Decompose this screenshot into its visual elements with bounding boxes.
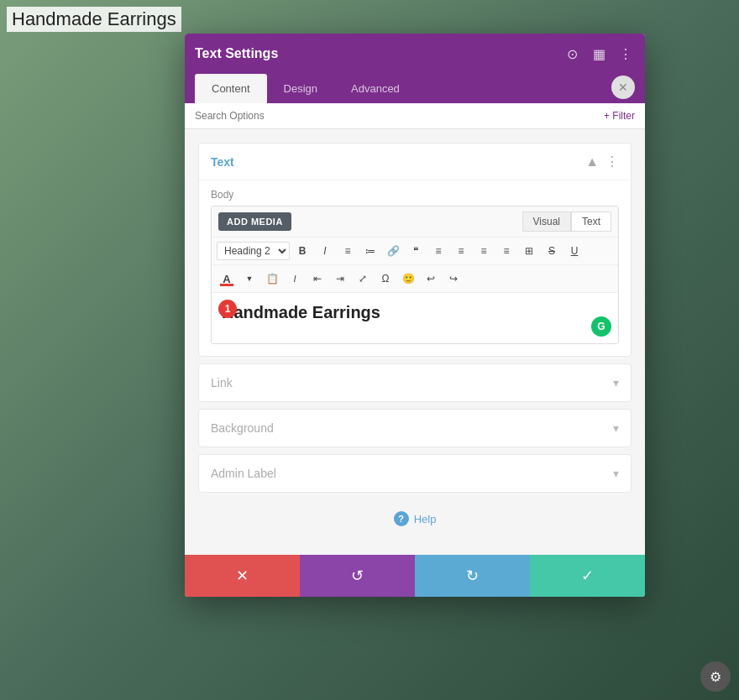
indent-right-button[interactable]: ⇥ bbox=[330, 269, 350, 289]
text-section-body: Body ADD MEDIA Visual Text Heading 2 bbox=[199, 180, 631, 356]
more-options-icon[interactable]: ⋮ bbox=[605, 154, 619, 170]
save-button[interactable]: ✓ bbox=[530, 555, 645, 597]
body-label: Body bbox=[211, 189, 619, 201]
toolbar-row-2: A ▼ 📋 I ⇤ ⇥ ⤢ Ω 🙂 ↩ ↪ bbox=[212, 265, 618, 293]
help-row[interactable]: ? Help bbox=[198, 499, 632, 538]
save-icon: ✓ bbox=[581, 567, 594, 585]
editor-container: ADD MEDIA Visual Text Heading 2 Heading … bbox=[211, 206, 619, 344]
align-left-button[interactable]: ≡ bbox=[428, 241, 448, 261]
page-title: Handmade Earrings bbox=[7, 7, 181, 32]
add-media-button[interactable]: ADD MEDIA bbox=[218, 212, 291, 231]
search-input[interactable] bbox=[195, 110, 604, 122]
columns-icon[interactable]: ▦ bbox=[590, 44, 608, 63]
admin-label-chevron-icon: ▾ bbox=[613, 467, 619, 480]
redo-button[interactable]: ↪ bbox=[443, 269, 464, 289]
help-label: Help bbox=[414, 513, 437, 525]
background-section-header[interactable]: Background ▾ bbox=[199, 410, 631, 447]
italic-button[interactable]: I bbox=[315, 241, 335, 261]
more-icon[interactable]: ⋮ bbox=[616, 44, 635, 63]
admin-label-section-title: Admin Label bbox=[211, 467, 276, 480]
align-center-button[interactable]: ≡ bbox=[451, 241, 471, 261]
align-right-button[interactable]: ≡ bbox=[474, 241, 494, 261]
tab-content[interactable]: Content bbox=[195, 74, 267, 103]
emoji-button[interactable]: 🙂 bbox=[398, 269, 418, 289]
visual-text-tabs: Visual Text bbox=[522, 212, 611, 232]
special-chars-button[interactable]: Ω bbox=[375, 269, 396, 289]
table-button[interactable]: ⊞ bbox=[519, 241, 539, 261]
color-dropdown-button[interactable]: ▼ bbox=[239, 269, 259, 289]
search-bar: + Filter bbox=[185, 103, 645, 129]
modal-header: Text Settings ⊙ ▦ ⋮ bbox=[185, 34, 645, 74]
expand-button[interactable]: ⤢ bbox=[353, 269, 373, 289]
italic2-button[interactable]: I bbox=[285, 269, 305, 289]
text-section-icons: ▲ ⋮ bbox=[585, 154, 619, 170]
link-section-title: Link bbox=[211, 376, 233, 389]
modal-body: Text ▲ ⋮ Body ADD MEDIA Visual Text bbox=[185, 129, 645, 555]
text-tab[interactable]: Text bbox=[571, 212, 611, 232]
redo-icon: ↻ bbox=[466, 567, 479, 585]
tab-advanced[interactable]: Advanced bbox=[334, 74, 417, 103]
header-icons: ⊙ ▦ ⋮ bbox=[563, 44, 635, 63]
editor-content[interactable]: 1 Handmade Earrings G bbox=[212, 293, 618, 343]
redo-footer-button[interactable]: ↻ bbox=[415, 555, 530, 597]
reset-button[interactable]: ↺ bbox=[300, 555, 415, 597]
ordered-list-button[interactable]: ≔ bbox=[360, 241, 380, 261]
chevron-up-icon: ▲ bbox=[585, 154, 599, 170]
underline-button[interactable]: U bbox=[564, 241, 584, 261]
reset-icon: ↺ bbox=[351, 567, 364, 585]
unordered-list-button[interactable]: ≡ bbox=[338, 241, 358, 261]
undo-button[interactable]: ↩ bbox=[421, 269, 441, 289]
editor-text[interactable]: Handmade Earrings bbox=[222, 303, 608, 322]
tabs-container: Content Design Advanced ✕ bbox=[185, 74, 645, 103]
text-color-button[interactable]: A bbox=[217, 269, 237, 289]
background-chevron-icon: ▾ bbox=[613, 421, 619, 435]
close-button[interactable]: ✕ bbox=[611, 76, 635, 99]
text-settings-modal: Text Settings ⊙ ▦ ⋮ Content Design Advan… bbox=[185, 34, 645, 597]
strikethrough-button[interactable]: S bbox=[542, 241, 562, 261]
fullscreen-icon[interactable]: ⊙ bbox=[563, 44, 581, 63]
text-section-title: Text bbox=[211, 155, 234, 169]
background-section: Background ▾ bbox=[198, 409, 632, 447]
bold-button[interactable]: B bbox=[292, 241, 312, 261]
admin-label-section: Admin Label ▾ bbox=[198, 454, 632, 493]
paste-button[interactable]: 📋 bbox=[262, 269, 282, 289]
visual-tab[interactable]: Visual bbox=[522, 212, 571, 232]
toolbar-row-1: Heading 2 Heading 1 Heading 3 Paragraph … bbox=[212, 238, 618, 265]
settings-icon: ⚙ bbox=[710, 669, 721, 685]
modal-footer: ✕ ↺ ↻ ✓ bbox=[185, 555, 645, 597]
text-section-header[interactable]: Text ▲ ⋮ bbox=[199, 144, 631, 180]
link-section-header[interactable]: Link ▾ bbox=[199, 364, 631, 401]
link-button[interactable]: 🔗 bbox=[383, 241, 403, 261]
indent-left-button[interactable]: ⇤ bbox=[307, 269, 328, 289]
heading-select[interactable]: Heading 2 Heading 1 Heading 3 Paragraph bbox=[217, 242, 290, 260]
notification-badge: 1 bbox=[218, 300, 237, 318]
cancel-icon: ✕ bbox=[236, 567, 249, 585]
link-chevron-icon: ▾ bbox=[613, 376, 619, 389]
align-justify-button[interactable]: ≡ bbox=[496, 241, 516, 261]
bottom-right-icon[interactable]: ⚙ bbox=[700, 661, 731, 692]
modal-title: Text Settings bbox=[195, 46, 278, 61]
filter-button[interactable]: + Filter bbox=[604, 110, 635, 122]
tab-design[interactable]: Design bbox=[267, 74, 334, 103]
quote-button[interactable]: ❝ bbox=[406, 241, 426, 261]
help-icon: ? bbox=[394, 511, 409, 526]
add-media-row: ADD MEDIA Visual Text bbox=[212, 206, 618, 238]
background-section-title: Background bbox=[211, 421, 274, 435]
admin-label-section-header[interactable]: Admin Label ▾ bbox=[199, 455, 631, 492]
link-section: Link ▾ bbox=[198, 363, 632, 402]
grammarly-icon: G bbox=[591, 316, 611, 337]
cancel-button[interactable]: ✕ bbox=[185, 555, 300, 597]
text-section: Text ▲ ⋮ Body ADD MEDIA Visual Text bbox=[198, 143, 632, 357]
